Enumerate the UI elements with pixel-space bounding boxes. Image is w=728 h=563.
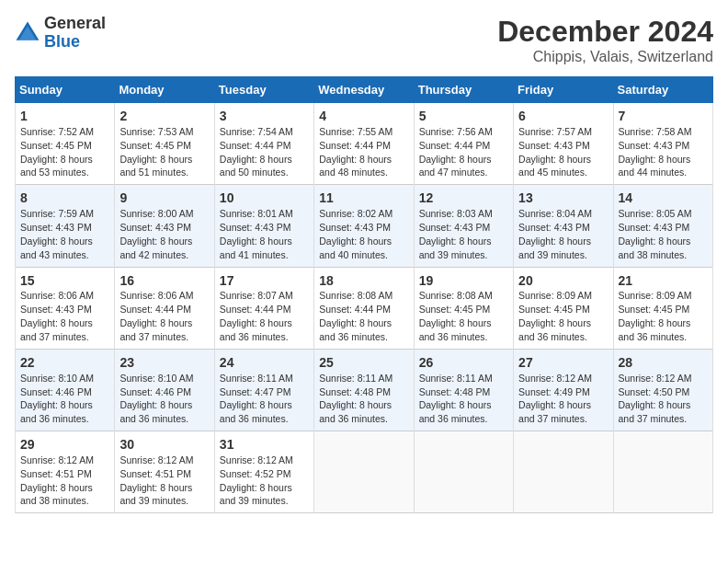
daylight-info: Daylight: 8 hours and 36 minutes.: [619, 317, 691, 342]
calendar-cell: 9 Sunrise: 8:00 AM Sunset: 4:43 PM Dayli…: [115, 185, 214, 267]
calendar-cell: 29 Sunrise: 8:12 AM Sunset: 4:51 PM Dayl…: [16, 431, 115, 513]
day-number: 28: [619, 354, 708, 372]
sunset-info: Sunset: 4:45 PM: [619, 304, 690, 315]
calendar-cell: 30 Sunrise: 8:12 AM Sunset: 4:51 PM Dayl…: [115, 431, 214, 513]
logo-icon: [15, 20, 40, 46]
subtitle: Chippis, Valais, Switzerland: [497, 49, 713, 65]
day-number: 27: [518, 354, 608, 372]
daylight-info: Daylight: 8 hours and 36 minutes.: [119, 399, 192, 424]
sunset-info: Sunset: 4:43 PM: [619, 140, 690, 151]
sunrise-info: Sunrise: 8:12 AM: [20, 454, 94, 465]
day-number: 23: [119, 354, 209, 372]
calendar-cell: 26 Sunrise: 8:11 AM Sunset: 4:48 PM Dayl…: [414, 349, 513, 431]
calendar-cell: [314, 431, 414, 513]
cell-content: 31 Sunrise: 8:12 AM Sunset: 4:52 PM Dayl…: [220, 436, 309, 508]
sunrise-info: Sunrise: 8:08 AM: [419, 290, 493, 301]
sunrise-info: Sunrise: 8:07 AM: [220, 290, 293, 301]
sunrise-info: Sunrise: 8:12 AM: [119, 454, 193, 465]
cell-content: 22 Sunrise: 8:10 AM Sunset: 4:46 PM Dayl…: [20, 354, 109, 426]
sunset-info: Sunset: 4:44 PM: [220, 140, 291, 151]
day-number: 31: [220, 436, 309, 454]
cell-content: 1 Sunrise: 7:52 AM Sunset: 4:45 PM Dayli…: [20, 108, 109, 179]
daylight-info: Daylight: 8 hours and 37 minutes.: [518, 399, 591, 424]
sunrise-info: Sunrise: 8:08 AM: [319, 290, 392, 301]
sunset-info: Sunset: 4:45 PM: [518, 304, 590, 315]
logo-blue: Blue: [44, 33, 106, 52]
cell-content: 15 Sunrise: 8:06 AM Sunset: 4:43 PM Dayl…: [20, 272, 109, 344]
sunrise-info: Sunrise: 8:06 AM: [20, 290, 94, 301]
daylight-info: Daylight: 8 hours and 36 minutes.: [419, 317, 492, 342]
calendar-cell: 4 Sunrise: 7:55 AM Sunset: 4:44 PM Dayli…: [314, 103, 414, 185]
day-number: 18: [319, 272, 408, 290]
cell-content: 14 Sunrise: 8:05 AM Sunset: 4:43 PM Dayl…: [619, 190, 708, 261]
day-number: 5: [419, 108, 508, 125]
daylight-info: Daylight: 8 hours and 36 minutes.: [319, 317, 392, 342]
calendar-cell: 24 Sunrise: 8:11 AM Sunset: 4:47 PM Dayl…: [214, 349, 313, 431]
sunset-info: Sunset: 4:43 PM: [419, 222, 491, 233]
daylight-info: Daylight: 8 hours and 42 minutes.: [119, 236, 192, 260]
daylight-info: Daylight: 8 hours and 37 minutes.: [20, 317, 93, 342]
daylight-info: Daylight: 8 hours and 39 minutes.: [220, 482, 292, 507]
calendar-cell: 28 Sunrise: 8:12 AM Sunset: 4:50 PM Dayl…: [613, 349, 712, 431]
cell-content: 21 Sunrise: 8:09 AM Sunset: 4:45 PM Dayl…: [619, 272, 708, 344]
cell-content: 16 Sunrise: 8:06 AM Sunset: 4:44 PM Dayl…: [119, 272, 209, 344]
sunrise-info: Sunrise: 7:52 AM: [20, 126, 94, 137]
calendar-cell: 27 Sunrise: 8:12 AM Sunset: 4:49 PM Dayl…: [514, 349, 613, 431]
daylight-info: Daylight: 8 hours and 40 minutes.: [319, 236, 392, 260]
header-row: SundayMondayTuesdayWednesdayThursdayFrid…: [16, 77, 713, 103]
daylight-info: Daylight: 8 hours and 38 minutes.: [20, 482, 93, 507]
day-number: 6: [518, 108, 608, 125]
calendar-cell: 1 Sunrise: 7:52 AM Sunset: 4:45 PM Dayli…: [16, 103, 115, 185]
sunrise-info: Sunrise: 8:01 AM: [220, 208, 293, 219]
day-number: 10: [220, 190, 309, 207]
sunset-info: Sunset: 4:45 PM: [419, 304, 491, 315]
sunset-info: Sunset: 4:48 PM: [419, 386, 491, 397]
calendar-cell: 25 Sunrise: 8:11 AM Sunset: 4:48 PM Dayl…: [314, 349, 414, 431]
daylight-info: Daylight: 8 hours and 37 minutes.: [619, 399, 691, 424]
sunrise-info: Sunrise: 8:00 AM: [119, 208, 193, 219]
daylight-info: Daylight: 8 hours and 39 minutes.: [518, 236, 591, 260]
calendar-cell: [514, 431, 613, 513]
calendar-cell: 18 Sunrise: 8:08 AM Sunset: 4:44 PM Dayl…: [314, 267, 414, 349]
sunset-info: Sunset: 4:49 PM: [518, 386, 590, 397]
sunset-info: Sunset: 4:43 PM: [518, 140, 590, 151]
header-day: Sunday: [16, 77, 115, 103]
header-day: Tuesday: [214, 77, 313, 103]
header: General Blue December 2024 Chippis, Vala…: [15, 15, 713, 65]
sunrise-info: Sunrise: 8:12 AM: [220, 454, 293, 465]
sunset-info: Sunset: 4:45 PM: [20, 140, 92, 151]
cell-content: 23 Sunrise: 8:10 AM Sunset: 4:46 PM Dayl…: [119, 354, 209, 426]
day-number: 14: [619, 190, 708, 207]
calendar-cell: 2 Sunrise: 7:53 AM Sunset: 4:45 PM Dayli…: [115, 103, 214, 185]
calendar-cell: 17 Sunrise: 8:07 AM Sunset: 4:44 PM Dayl…: [214, 267, 313, 349]
sunset-info: Sunset: 4:51 PM: [119, 468, 191, 479]
sunset-info: Sunset: 4:44 PM: [220, 304, 291, 315]
sunset-info: Sunset: 4:43 PM: [518, 222, 590, 233]
day-number: 8: [20, 190, 109, 207]
sunrise-info: Sunrise: 8:12 AM: [518, 373, 592, 384]
day-number: 29: [20, 436, 109, 454]
sunrise-info: Sunrise: 8:11 AM: [319, 373, 392, 384]
calendar-cell: 12 Sunrise: 8:03 AM Sunset: 4:43 PM Dayl…: [414, 185, 513, 267]
calendar-week-row: 8 Sunrise: 7:59 AM Sunset: 4:43 PM Dayli…: [16, 185, 713, 267]
sunrise-info: Sunrise: 8:11 AM: [419, 373, 493, 384]
day-number: 11: [319, 190, 408, 207]
sunrise-info: Sunrise: 8:12 AM: [619, 373, 692, 384]
sunset-info: Sunset: 4:44 PM: [319, 140, 391, 151]
cell-content: 2 Sunrise: 7:53 AM Sunset: 4:45 PM Dayli…: [119, 108, 209, 179]
header-day: Friday: [514, 77, 613, 103]
calendar-cell: 16 Sunrise: 8:06 AM Sunset: 4:44 PM Dayl…: [115, 267, 214, 349]
sunrise-info: Sunrise: 8:06 AM: [119, 290, 193, 301]
calendar-week-row: 29 Sunrise: 8:12 AM Sunset: 4:51 PM Dayl…: [16, 431, 713, 513]
daylight-info: Daylight: 8 hours and 48 minutes.: [319, 154, 392, 178]
cell-content: 24 Sunrise: 8:11 AM Sunset: 4:47 PM Dayl…: [220, 354, 309, 426]
sunset-info: Sunset: 4:51 PM: [20, 468, 92, 479]
daylight-info: Daylight: 8 hours and 36 minutes.: [220, 317, 292, 342]
sunset-info: Sunset: 4:44 PM: [419, 140, 491, 151]
calendar-cell: 11 Sunrise: 8:02 AM Sunset: 4:43 PM Dayl…: [314, 185, 414, 267]
calendar-cell: 15 Sunrise: 8:06 AM Sunset: 4:43 PM Dayl…: [16, 267, 115, 349]
sunrise-info: Sunrise: 7:53 AM: [119, 126, 193, 137]
daylight-info: Daylight: 8 hours and 39 minutes.: [119, 482, 192, 507]
sunset-info: Sunset: 4:44 PM: [319, 304, 391, 315]
day-number: 20: [518, 272, 608, 290]
